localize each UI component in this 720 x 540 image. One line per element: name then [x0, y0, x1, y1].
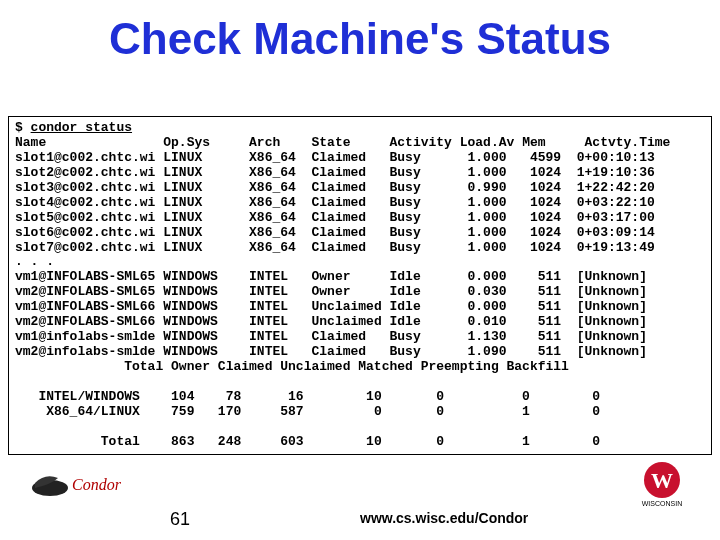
sum-preempting: 0 [444, 389, 530, 404]
wisconsin-logo-icon: W WISCONSIN [634, 458, 690, 512]
cell-state: Claimed [311, 165, 389, 180]
cell-activity: Busy [390, 196, 429, 211]
cell-state: Claimed [311, 344, 389, 359]
cell-opsys: WINDOWS [163, 329, 225, 344]
sum-label: INTEL/WINDOWS [15, 389, 140, 404]
cell-actvty: 1+19:10:36 [577, 165, 655, 180]
cell-loadav: 0.000 [429, 269, 507, 284]
cell-mem: 511 [507, 314, 562, 329]
terminal-output: $ condor_status Name Op.Sys Arch State A… [8, 116, 712, 455]
sum-owner: 170 [194, 404, 241, 419]
cell-actvty: 0+00:10:13 [577, 150, 655, 165]
cell-activity: Idle [390, 270, 429, 285]
cell-state: Claimed [311, 195, 389, 210]
col-name: Name [15, 135, 163, 150]
cell-opsys: LINUX [163, 150, 225, 165]
footer: Condor 61 www.cs.wisc.edu/Condor W WISCO… [0, 470, 720, 530]
cell-state: Claimed [311, 180, 389, 195]
cell-loadav: 0.000 [429, 299, 507, 314]
svg-text:Condor: Condor [72, 476, 122, 493]
page-number: 61 [170, 509, 190, 530]
summary-header: Total Owner Claimed Unclaimed Matched Pr… [15, 359, 569, 374]
cell-name: slot2@c002.chtc.wi [15, 165, 163, 180]
cell-name: vm1@INFOLABS-SML66 [15, 299, 163, 314]
cell-state: Claimed [311, 210, 389, 225]
col-activity: Activity [390, 135, 460, 150]
cell-loadav: 1.130 [429, 329, 507, 344]
cell-loadav: 1.000 [429, 195, 507, 210]
sum-backfill: 0 [530, 404, 600, 419]
cell-state: Claimed [311, 150, 389, 165]
cell-name: vm2@INFOLABS-SML66 [15, 314, 163, 329]
cell-actvty: 0+19:13:49 [577, 240, 655, 255]
footer-url: www.cs.wisc.edu/Condor [360, 510, 528, 526]
slide: Check Machine's Status $ condor_status N… [0, 0, 720, 540]
sum-matched: 0 [382, 389, 444, 404]
sum-total: 759 [140, 404, 195, 419]
cell-loadav: 1.000 [429, 240, 507, 255]
cell-mem: 511 [507, 284, 562, 299]
cell-opsys: LINUX [163, 225, 225, 240]
cell-mem: 1024 [507, 225, 562, 240]
svg-text:WISCONSIN: WISCONSIN [642, 500, 682, 507]
cell-name: slot6@c002.chtc.wi [15, 225, 163, 240]
cell-mem: 511 [507, 344, 562, 359]
cell-opsys: LINUX [163, 240, 225, 255]
cell-activity: Busy [390, 345, 429, 360]
cell-actvty: 0+03:09:14 [577, 225, 655, 240]
cell-arch: INTEL [249, 284, 311, 299]
col-actvty: Actvty.Time [585, 135, 671, 150]
cell-actvty: 0+03:22:10 [577, 195, 655, 210]
sum-matched: 0 [382, 404, 444, 419]
prompt: $ [15, 120, 31, 135]
cell-actvty: [Unknown] [577, 329, 647, 344]
cell-loadav: 0.030 [429, 284, 507, 299]
cell-loadav: 1.090 [429, 344, 507, 359]
cell-arch: X86_64 [249, 165, 311, 180]
sum-owner: 78 [194, 389, 241, 404]
cell-activity: Busy [390, 241, 429, 256]
cell-arch: X86_64 [249, 195, 311, 210]
cell-loadav: 1.000 [429, 150, 507, 165]
cell-state: Owner [311, 284, 389, 299]
cell-name: vm1@INFOLABS-SML65 [15, 269, 163, 284]
cell-actvty: 0+03:17:00 [577, 210, 655, 225]
cell-opsys: WINDOWS [163, 284, 225, 299]
cell-state: Claimed [311, 329, 389, 344]
sum-backfill: 0 [530, 434, 600, 449]
col-opsys: Op.Sys [163, 135, 225, 150]
sum-owner: 248 [194, 434, 241, 449]
cell-actvty: [Unknown] [577, 314, 647, 329]
cell-name: vm2@INFOLABS-SML65 [15, 284, 163, 299]
condor-logo-icon: Condor [30, 468, 150, 498]
cell-arch: INTEL [249, 299, 311, 314]
cell-name: vm2@infolabs-smlde [15, 344, 163, 359]
cell-activity: Busy [390, 330, 429, 345]
cell-mem: 511 [507, 299, 562, 314]
cell-activity: Idle [390, 300, 429, 315]
cell-arch: INTEL [249, 314, 311, 329]
cell-arch: X86_64 [249, 240, 311, 255]
cell-name: slot3@c002.chtc.wi [15, 180, 163, 195]
cell-arch: X86_64 [249, 150, 311, 165]
cell-activity: Idle [390, 315, 429, 330]
sum-claimed: 603 [241, 434, 303, 449]
cell-mem: 1024 [507, 180, 562, 195]
cell-state: Owner [311, 269, 389, 284]
cell-opsys: WINDOWS [163, 269, 225, 284]
cell-actvty: 1+22:42:20 [577, 180, 655, 195]
ellipsis: . . . [15, 254, 54, 269]
col-mem: Mem [522, 135, 569, 150]
cell-actvty: [Unknown] [577, 269, 647, 284]
command: condor_status [31, 120, 132, 135]
cell-arch: INTEL [249, 269, 311, 284]
cell-opsys: LINUX [163, 165, 225, 180]
sum-matched: 0 [382, 434, 444, 449]
cell-name: slot1@c002.chtc.wi [15, 150, 163, 165]
cell-opsys: WINDOWS [163, 299, 225, 314]
sum-claimed: 587 [241, 404, 303, 419]
sum-total: 863 [140, 434, 195, 449]
sum-backfill: 0 [530, 389, 600, 404]
cell-opsys: LINUX [163, 195, 225, 210]
cell-arch: X86_64 [249, 225, 311, 240]
